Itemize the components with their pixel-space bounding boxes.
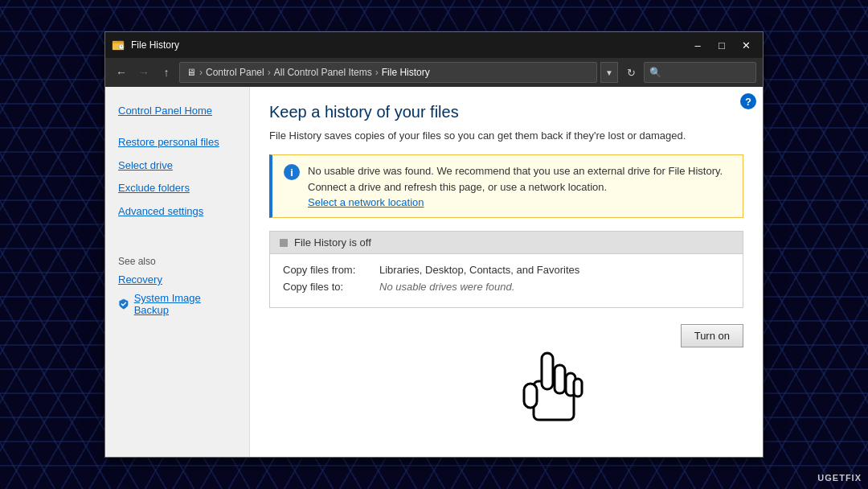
sidebar-main: Control Panel Home Restore personal file… [105, 100, 249, 224]
page-title: Keep a history of your files [269, 103, 743, 121]
path-all-items: All Control Panel Items [274, 67, 372, 78]
sidebar-item-system-image-backup[interactable]: System Image Backup [105, 289, 249, 319]
path-dropdown[interactable]: ▼ [600, 62, 618, 83]
sidebar-item-recovery[interactable]: Recovery [105, 270, 249, 289]
path-file-history: File History [382, 67, 430, 78]
recovery-label: Recovery [118, 273, 162, 286]
svg-rect-10 [524, 384, 537, 408]
copy-from-row: Copy files from: Libraries, Desktop, Con… [283, 264, 730, 276]
info-icon: i [284, 164, 300, 180]
status-panel: File History is off Copy files from: Lib… [269, 231, 743, 308]
up-button[interactable]: ↑ [157, 63, 176, 82]
close-button[interactable]: ✕ [735, 37, 756, 53]
sidebar-item-control-panel-home[interactable]: Control Panel Home [105, 100, 249, 123]
main-panel: ? Keep a history of your files File Hist… [250, 87, 763, 457]
svg-rect-9 [566, 373, 575, 396]
page-subtitle: File History saves copies of your files … [269, 129, 743, 142]
sidebar-item-advanced-settings[interactable]: Advanced settings [105, 200, 249, 224]
help-button[interactable]: ? [740, 93, 756, 109]
minimize-button[interactable]: – [687, 37, 708, 53]
address-path[interactable]: 🖥 › Control Panel › All Control Panel It… [179, 62, 597, 83]
warning-text: No usable drive was found. We recommend … [308, 163, 731, 195]
status-header: File History is off [270, 232, 743, 254]
forward-button[interactable]: → [134, 63, 154, 82]
search-input[interactable] [665, 67, 785, 78]
svg-rect-8 [555, 365, 565, 393]
status-info: Copy files from: Libraries, Desktop, Con… [270, 254, 743, 307]
see-also-label: See also [105, 240, 249, 270]
window-title: File History [131, 39, 687, 51]
sidebar: Control Panel Home Restore personal file… [105, 87, 250, 457]
address-bar: ← → ↑ 🖥 › Control Panel › All Control Pa… [105, 58, 763, 87]
window-icon [112, 39, 125, 51]
refresh-button[interactable]: ↻ [621, 63, 641, 82]
sidebar-bottom: See also Recovery System Image Backup [105, 224, 249, 319]
shield-icon [118, 298, 129, 310]
search-box[interactable]: 🔍 [644, 62, 756, 83]
network-location-link[interactable]: Select a network location [308, 196, 424, 208]
back-button[interactable]: ← [112, 63, 131, 82]
maximize-button[interactable]: □ [711, 37, 732, 53]
svg-rect-7 [542, 353, 553, 389]
status-indicator [280, 239, 288, 247]
path-icon: 🖥 [186, 67, 196, 78]
title-bar: File History – □ ✕ [105, 32, 763, 58]
copy-to-row: Copy files to: No usable drives were fou… [283, 281, 730, 293]
watermark: UGETFIX [817, 473, 862, 483]
copy-to-value: No usable drives were found. [379, 281, 514, 293]
path-control-panel: Control Panel [206, 67, 264, 78]
svg-rect-6 [534, 381, 574, 420]
warning-box: i No usable drive was found. We recommen… [269, 154, 743, 218]
copy-to-label: Copy files to: [283, 281, 379, 293]
cursor-overlay [514, 341, 586, 433]
sidebar-item-select-drive[interactable]: Select drive [105, 154, 249, 178]
sidebar-item-exclude-folders[interactable]: Exclude folders [105, 177, 249, 200]
copy-from-label: Copy files from: [283, 264, 379, 276]
svg-rect-11 [574, 379, 582, 397]
window-controls: – □ ✕ [687, 37, 756, 53]
turn-on-button[interactable]: Turn on [681, 324, 743, 347]
search-icon: 🔍 [649, 67, 661, 78]
content-area: Control Panel Home Restore personal file… [105, 87, 763, 457]
copy-from-value: Libraries, Desktop, Contacts, and Favori… [379, 264, 579, 276]
status-text: File History is off [294, 236, 371, 249]
main-window: File History – □ ✕ ← → ↑ 🖥 › Control Pan… [104, 31, 764, 458]
system-image-backup-label: System Image Backup [134, 292, 236, 316]
warning-content: No usable drive was found. We recommend … [308, 163, 731, 209]
svg-rect-2 [113, 41, 117, 43]
sidebar-item-restore-personal-files[interactable]: Restore personal files [105, 131, 249, 154]
